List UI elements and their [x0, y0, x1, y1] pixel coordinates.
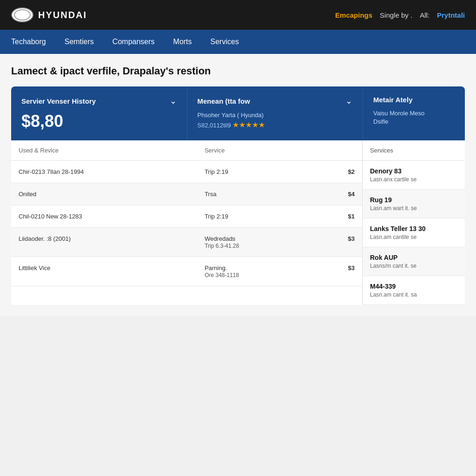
rp-item-title: Lanks Teller 13 30: [370, 225, 457, 232]
card-menean: Menean (tta fow ⌄ Phsoher Yarta ( Hyunda…: [187, 86, 363, 140]
card-menean-subtitle: Phsoher Yarta ( Hyunda): [198, 112, 353, 119]
rp-item-title: Rug 19: [370, 196, 457, 204]
hyundai-oval-icon: H: [11, 7, 33, 22]
card-metair-title: Metair Ately: [373, 96, 412, 104]
rp-item-title: M44-339: [370, 283, 457, 290]
card-history-value: $8,80: [21, 112, 177, 131]
col-header-used: Used & Revice: [11, 140, 197, 161]
cell-id: Onited: [11, 183, 197, 205]
card-history-header: Servier Venser History ⌄: [21, 96, 177, 106]
page-title: Lamect & ipact verfile, Drapalay's resti…: [11, 65, 465, 77]
table-row: Chir-0213 7Ilan 28-1994 Trip 2:19 $2: [11, 161, 362, 183]
card-history: Servier Venser History ⌄ $8,80: [11, 86, 187, 140]
nav-item-semtiers[interactable]: Semtiers: [65, 35, 94, 49]
right-panel-item[interactable]: Denory 83 Lasn.anx cartile se: [363, 161, 465, 190]
header-nav: Emcapings Single by . All: Prytntali: [335, 11, 465, 19]
all-label: All:: [420, 11, 430, 19]
card-menean-chevron[interactable]: ⌄: [345, 96, 352, 106]
right-panel-header: Services: [363, 140, 465, 161]
card-menean-code: S82,0112til9 ★★★★★: [198, 120, 353, 129]
nav-item-techaborg[interactable]: Techaborg: [11, 35, 46, 49]
card-metair: Metair Ately Vaisu Morole Meso Dsifle: [363, 86, 465, 140]
main-content: Lamect & ipact verfile, Drapalay's resti…: [0, 54, 476, 316]
cell-service: Trsa: [197, 183, 312, 205]
cell-id: Littiliek Vice: [11, 257, 197, 286]
svg-text:H: H: [20, 11, 25, 19]
emcapings-link[interactable]: Emcapings: [335, 11, 372, 19]
table-row: Onited Trsa $4: [11, 183, 362, 205]
col-header-price: [312, 140, 362, 161]
nav-item-compansers[interactable]: Compansers: [112, 35, 155, 49]
cell-service: Trip 2:19: [197, 205, 312, 228]
cell-price: $1: [312, 205, 362, 228]
rp-item-title: Rok AUP: [370, 254, 457, 261]
cell-service: Parning.Ore 348-1118: [197, 257, 312, 286]
card-menean-title: Menean (tta fow: [198, 97, 250, 105]
table-section: Used & Revice Service Chir-0213 7Ilan 28…: [11, 140, 465, 305]
cell-price: $3: [312, 228, 362, 257]
cell-price: $4: [312, 183, 362, 205]
brand-name: HYUNDAI: [38, 10, 87, 20]
right-panel-item[interactable]: Rug 19 Lasn.am wart it. se: [363, 190, 465, 218]
rp-item-sub: Lasn.anx cartile se: [370, 176, 457, 183]
navbar: Techaborg Semtiers Compansers Morts Serv…: [0, 30, 476, 54]
right-panel-item[interactable]: Lanks Teller 13 30 Lasn.am cantile se: [363, 218, 465, 247]
card-history-chevron[interactable]: ⌄: [170, 96, 177, 106]
rp-item-sub: Lasns/m cant it. se: [370, 263, 457, 269]
rp-item-title: Denory 83: [370, 167, 457, 175]
prytntali-link[interactable]: Prytntali: [437, 11, 465, 19]
data-table-left: Used & Revice Service Chir-0213 7Ilan 28…: [11, 140, 363, 305]
rp-item-sub: Lasn.am cant it. sa: [370, 291, 457, 298]
card-metair-desc: Vaisu Morole Meso Dsifle: [373, 109, 455, 126]
data-table: Used & Revice Service Chir-0213 7Ilan 28…: [11, 140, 362, 286]
nav-item-services[interactable]: Services: [211, 35, 239, 49]
single-by-text: Single by .: [380, 11, 412, 19]
card-metair-header: Metair Ately: [373, 96, 455, 104]
cell-id: Chir-0213 7Ilan 28-1994: [11, 161, 197, 183]
rp-item-sub: Lasn.am cantile se: [370, 234, 457, 240]
table-header-row: Used & Revice Service: [11, 140, 362, 161]
cell-price: $3: [312, 257, 362, 286]
header: H HYUNDAI Emcapings Single by . All: Pry…: [0, 0, 476, 30]
right-panel-item[interactable]: Rok AUP Lasns/m cant it. se: [363, 247, 465, 276]
cell-id: Chil-0210 New 28-1283: [11, 205, 197, 228]
cards-row: Servier Venser History ⌄ $8,80 Menean (t…: [11, 86, 465, 140]
logo-area: H HYUNDAI: [11, 7, 87, 22]
right-panel-items: Denory 83 Lasn.anx cartile se Rug 19 Las…: [363, 161, 465, 305]
rating-stars: ★★★★★: [232, 121, 265, 129]
cell-service: WedredadsTrip 6.3-41.28: [197, 228, 312, 257]
nav-item-morts[interactable]: Morts: [173, 35, 192, 49]
table-row: Chil-0210 New 28-1283 Trip 2:19 $1: [11, 205, 362, 228]
right-panel-item[interactable]: M44-339 Lasn.am cant it. sa: [363, 276, 465, 305]
table-row: Littiliek Vice Parning.Ore 348-1118 $3: [11, 257, 362, 286]
cell-service: Trip 2:19: [197, 161, 312, 183]
card-history-title: Servier Venser History: [21, 97, 96, 105]
card-menean-header: Menean (tta fow ⌄: [198, 96, 353, 106]
col-header-service: Service: [197, 140, 312, 161]
rp-item-sub: Lasn.am wart it. se: [370, 205, 457, 212]
table-row: Liidaoder. :8 (2001) WedredadsTrip 6.3-4…: [11, 228, 362, 257]
right-panel: Services Denory 83 Lasn.anx cartile se R…: [363, 140, 465, 305]
cell-id: Liidaoder. :8 (2001): [11, 228, 197, 257]
cell-price: $2: [312, 161, 362, 183]
